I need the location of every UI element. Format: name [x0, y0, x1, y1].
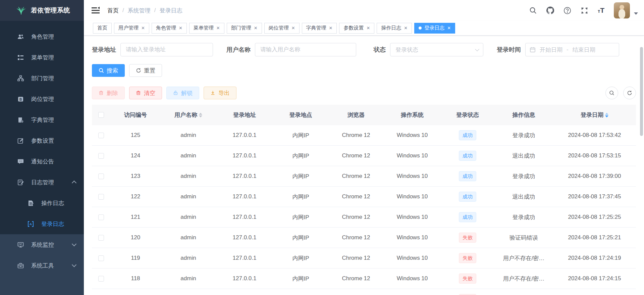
column-header-user[interactable]: 用户名称 [161, 111, 216, 119]
tab-首页[interactable]: 首页 [93, 23, 112, 34]
tab-操作日志[interactable]: 操作日志✕ [377, 23, 412, 34]
sidebar-item-label: 角色管理 [31, 33, 54, 41]
status-badge: 失败 [459, 253, 476, 263]
sidebar-item-3[interactable]: 菜单管理 [0, 47, 84, 68]
close-icon[interactable]: ✕ [447, 26, 451, 31]
tab-部门管理[interactable]: 部门管理✕ [227, 23, 262, 34]
close-icon[interactable]: ✕ [329, 26, 333, 31]
close-icon[interactable]: ✕ [179, 26, 182, 31]
cell-message: 登录成功 [494, 213, 553, 221]
date-range-picker[interactable]: 开始日期 - 结束日期 [525, 43, 619, 56]
sidebar-item-2[interactable]: 角色管理 [0, 26, 84, 47]
row-checkbox[interactable] [98, 255, 104, 261]
search-button[interactable]: 搜索 [92, 64, 125, 77]
user-menu[interactable] [614, 2, 638, 18]
monitor-icon [17, 242, 24, 248]
sidebar-item-6[interactable]: 字典管理 [0, 109, 84, 130]
tab-岗位管理[interactable]: 岗位管理✕ [264, 23, 300, 34]
table-row[interactable]: 122admin127.0.0.1内网IPChrome 12Windows 10… [92, 187, 636, 207]
tab-菜单管理[interactable]: 菜单管理✕ [189, 23, 224, 34]
sidebar-item-11[interactable]: A登录日志 [0, 213, 84, 234]
sort-carets-icon[interactable] [199, 113, 202, 117]
tab-字典管理[interactable]: 字典管理✕ [302, 23, 337, 34]
fullscreen-icon[interactable] [581, 7, 588, 14]
clear-button[interactable]: 清空 [129, 87, 162, 99]
sidebar-item-bottom-1[interactable]: 系统监控 [0, 234, 84, 255]
sidebar-item-9[interactable]: 日志管理 [0, 172, 84, 193]
close-icon[interactable]: ✕ [141, 26, 145, 31]
search-icon[interactable] [529, 7, 537, 14]
reset-button[interactable]: 重置 [129, 64, 162, 77]
cell-message: 退出成功 [494, 152, 553, 160]
page-scrollbar[interactable] [640, 47, 643, 136]
row-checkbox[interactable] [98, 276, 104, 282]
column-header-id: 访问编号 [110, 111, 161, 119]
export-button[interactable]: 导出 [204, 87, 236, 99]
sidebar-item-8[interactable]: 通知公告 [0, 151, 84, 172]
unlock-button[interactable]: 解锁 [166, 87, 199, 99]
row-checkbox[interactable] [98, 235, 104, 241]
breadcrumb: 首页 / 系统管理 / 登录日志 [107, 7, 182, 14]
table-row[interactable]: 118admin127.0.0.1内网IPChrome 12Windows 10… [92, 268, 636, 289]
select-all-checkbox[interactable] [98, 112, 104, 118]
sidebar: 若依管理系统 用户管理角色管理菜单管理部门管理B岗位管理字典管理参数设置通知公告… [0, 0, 84, 295]
row-checkbox[interactable] [98, 133, 104, 138]
log-icon [17, 179, 24, 186]
close-icon[interactable]: ✕ [254, 26, 258, 31]
sidebar-item-10[interactable]: 操作日志 [0, 193, 84, 213]
row-checkbox[interactable] [98, 174, 104, 179]
cell-date: 2024-08-08 17:39:00 [553, 173, 636, 180]
close-icon[interactable]: ✕ [404, 26, 408, 31]
sidebar-item-bottom-2[interactable]: 系统工具 [0, 255, 84, 276]
cell-message: 用户不存在/密… [494, 254, 553, 262]
avatar[interactable] [614, 2, 630, 18]
breadcrumb-home[interactable]: 首页 [107, 7, 119, 14]
close-icon[interactable]: ✕ [216, 26, 220, 31]
table-row[interactable]: 117admin127.0.0.1内网IPChrome 12Windows 10… [92, 289, 636, 295]
github-icon[interactable] [546, 7, 554, 14]
help-icon[interactable] [564, 7, 571, 14]
table-row[interactable]: 121admin127.0.0.1内网IPChrome 12Windows 10… [92, 207, 636, 228]
status-badge: 失败 [459, 233, 476, 243]
row-checkbox[interactable] [98, 153, 104, 159]
tab-用户管理[interactable]: 用户管理✕ [114, 23, 149, 34]
column-header-message: 操作信息 [494, 111, 553, 119]
status-select[interactable]: 登录状态 [390, 43, 483, 56]
time-label: 登录时间 [497, 46, 521, 54]
close-icon[interactable]: ✕ [366, 26, 370, 31]
tab-登录日志[interactable]: 登录日志✕ [414, 23, 455, 34]
tab-label: 部门管理 [231, 25, 251, 31]
logo-bar[interactable]: 若依管理系统 [0, 0, 84, 21]
sidebar-item-4[interactable]: 部门管理 [0, 68, 84, 89]
active-tab-dot [419, 27, 422, 30]
font-size-icon[interactable]: тT [598, 6, 604, 14]
address-input[interactable] [120, 43, 213, 56]
cell-browser: Chrome 12 [328, 275, 384, 282]
row-checkbox[interactable] [98, 214, 104, 220]
row-checkbox[interactable] [98, 194, 104, 200]
cell-browser: Chrome 12 [328, 214, 384, 220]
cell-location: 内网IP [273, 152, 328, 160]
tab-参数设置[interactable]: 参数设置✕ [339, 23, 374, 34]
table-row[interactable]: 120admin127.0.0.1内网IPChrome 12Windows 10… [92, 228, 636, 248]
table-row[interactable]: 119admin127.0.0.1内网IPChrome 12Windows 10… [92, 248, 636, 268]
username-input[interactable] [255, 43, 356, 56]
sidebar-item-7[interactable]: 参数设置 [0, 130, 84, 151]
table-tools [605, 87, 636, 99]
username-label: 用户名称 [226, 46, 251, 54]
message-icon [17, 158, 24, 165]
app-root: 若依管理系统 用户管理角色管理菜单管理部门管理B岗位管理字典管理参数设置通知公告… [0, 0, 644, 295]
refresh-table-button[interactable] [623, 87, 636, 99]
tab-角色管理[interactable]: 角色管理✕ [152, 23, 187, 34]
table-row[interactable]: 123admin127.0.0.1内网IPChrome 12Windows 10… [92, 166, 636, 187]
sidebar-item-5[interactable]: B岗位管理 [0, 89, 84, 109]
delete-button[interactable]: 删除 [92, 87, 125, 99]
close-icon[interactable]: ✕ [291, 26, 295, 31]
table-row[interactable]: 124admin127.0.0.1内网IPChrome 12Windows 10… [92, 146, 636, 166]
sort-carets-icon[interactable] [605, 113, 608, 117]
column-header-date[interactable]: 登录日期 [553, 111, 636, 119]
cell-id: 122 [110, 193, 161, 200]
sidebar-collapse-icon[interactable] [91, 6, 100, 15]
table-row[interactable]: 125admin127.0.0.1内网IPChrome 12Windows 10… [92, 125, 636, 146]
toggle-search-button[interactable] [605, 87, 618, 99]
